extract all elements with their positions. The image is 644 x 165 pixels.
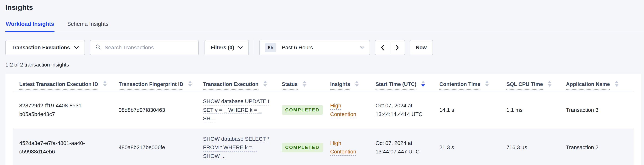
cell-transaction-execution: SHOW database SELECT * FROM t WHERE k = …: [203, 129, 282, 165]
chevron-down-icon: [74, 46, 79, 49]
cell-execution-id: 328729d2-ff19-4408-8531-b05a5b4e43c7: [13, 91, 119, 129]
insight-link[interactable]: High Contention: [330, 140, 356, 154]
toolbar: Transaction Executions Filters (0) 6h Pa…: [6, 40, 638, 55]
cell-fingerprint-id: 480a8b217be006fe: [119, 129, 203, 165]
time-range-next-button[interactable]: [390, 40, 405, 55]
sort-icon: [485, 81, 489, 87]
filters-button-label: Filters (0): [211, 45, 234, 51]
insights-table-card: Latest Transaction Execution ID Transact…: [6, 74, 641, 165]
time-range-step-group: [375, 40, 405, 55]
cell-status: COMPLETED: [282, 129, 330, 165]
sort-icon: [615, 81, 618, 87]
time-range-picker[interactable]: 6h Past 6 Hours: [259, 40, 370, 55]
sort-icon: [355, 81, 358, 87]
transaction-statement-link[interactable]: SHOW database SELECT * FROM t WHERE k = …: [203, 136, 270, 159]
status-badge: COMPLETED: [282, 105, 323, 115]
now-button-label: Now: [416, 45, 427, 51]
column-header-insights[interactable]: Insights: [330, 81, 375, 91]
cell-application-name: Transaction 3: [566, 91, 634, 129]
cell-insights: High Contention: [330, 129, 375, 165]
column-header-status[interactable]: Status: [282, 81, 330, 91]
status-badge: COMPLETED: [282, 143, 323, 152]
chevron-left-icon: [380, 45, 384, 51]
cell-sql-cpu-time: 716.3 µs: [506, 129, 566, 165]
search-icon: [95, 44, 101, 51]
search-input[interactable]: [104, 45, 193, 51]
sort-icon-active-desc: [421, 81, 425, 87]
cell-insights: High Contention: [330, 91, 375, 129]
filters-button[interactable]: Filters (0): [204, 40, 249, 55]
tab-schema-insights[interactable]: Schema Insights: [67, 21, 109, 32]
insight-type-dropdown[interactable]: Transaction Executions: [6, 40, 85, 55]
sort-icon: [188, 81, 192, 87]
time-range-badge: 6h: [265, 43, 276, 52]
cell-start-time: Oct 07, 2024 at 13:44:14.4414 UTC: [376, 91, 440, 129]
column-header-contention-time[interactable]: Contention Time: [439, 81, 506, 91]
cell-fingerprint-id: 08d8b7d97f830463: [119, 91, 203, 129]
sort-icon: [303, 81, 306, 87]
transaction-statement-link[interactable]: SHOW database UPDATE t SET v = _ WHERE k…: [203, 98, 270, 121]
cell-contention-time: 21.3 s: [439, 129, 506, 165]
sort-icon: [103, 81, 107, 87]
now-button[interactable]: Now: [410, 40, 433, 55]
column-header-sql-cpu-time[interactable]: SQL CPU Time: [506, 81, 566, 91]
cell-start-time: Oct 07, 2024 at 13:44:07.447 UTC: [376, 129, 440, 165]
table-header-row: Latest Transaction Execution ID Transact…: [13, 81, 634, 91]
results-summary: 1-2 of 2 transaction insights: [6, 62, 638, 68]
chevron-down-icon: [238, 46, 243, 49]
chevron-right-icon: [395, 45, 399, 51]
table-row: 452da3e7-e7fa-4801-aa40-c59988d14eb6 480…: [13, 129, 634, 165]
tab-bar: Workload Insights Schema Insights: [6, 21, 644, 32]
chevron-down-icon: [360, 47, 364, 49]
transaction-insights-table: Latest Transaction Execution ID Transact…: [13, 81, 634, 165]
cell-contention-time: 14.1 s: [439, 91, 506, 129]
cell-execution-id: 452da3e7-e7fa-4801-aa40-c59988d14eb6: [13, 129, 119, 165]
column-header-latest-transaction-execution-id[interactable]: Latest Transaction Execution ID: [13, 81, 119, 91]
time-range-label: Past 6 Hours: [282, 45, 313, 51]
insight-type-dropdown-label: Transaction Executions: [12, 45, 70, 51]
tab-workload-insights[interactable]: Workload Insights: [6, 21, 54, 32]
cell-application-name: Transaction 2: [566, 129, 634, 165]
column-header-transaction-fingerprint-id[interactable]: Transaction Fingerprint ID: [119, 81, 203, 91]
cell-status: COMPLETED: [282, 91, 330, 129]
cell-sql-cpu-time: 1.1 ms: [506, 91, 566, 129]
sort-icon: [548, 81, 551, 87]
page-title: Insights: [0, 0, 644, 12]
time-range-prev-button[interactable]: [375, 40, 390, 55]
toolbar-divider: [254, 40, 254, 55]
table-row: 328729d2-ff19-4408-8531-b05a5b4e43c7 08d…: [13, 91, 634, 129]
search-box: [90, 40, 199, 55]
insight-link[interactable]: High Contention: [330, 103, 356, 117]
column-header-transaction-execution[interactable]: Transaction Execution: [203, 81, 282, 91]
column-header-start-time[interactable]: Start Time (UTC): [376, 81, 440, 91]
cell-transaction-execution: SHOW database UPDATE t SET v = _ WHERE k…: [203, 91, 282, 129]
column-header-application-name[interactable]: Application Name: [566, 81, 634, 91]
sort-icon: [264, 81, 267, 87]
